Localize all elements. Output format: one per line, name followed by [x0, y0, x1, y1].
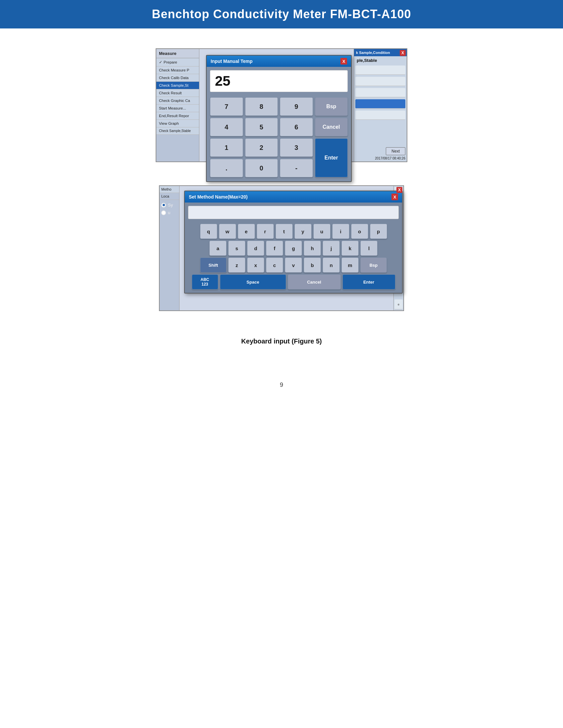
app-window-1-close[interactable]: X: [400, 50, 406, 56]
keyboard-display[interactable]: [188, 206, 399, 219]
app-window-2-close[interactable]: X: [397, 187, 402, 193]
content-area: Measure ✓ Prepare Check Measure P Check …: [83, 48, 480, 388]
key-space[interactable]: Space: [220, 274, 286, 290]
numpad-8[interactable]: 8: [245, 97, 278, 116]
numpad-9[interactable]: 9: [280, 97, 313, 116]
numpad-cancel[interactable]: Cancel: [315, 118, 348, 136]
key-bsp[interactable]: Bsp: [360, 257, 387, 273]
figure-caption: Keyboard input (Figure 5): [241, 338, 322, 345]
key-abc123[interactable]: ABC123: [192, 274, 218, 290]
key-t[interactable]: t: [275, 224, 293, 239]
key-k[interactable]: k: [342, 241, 359, 256]
key-enter[interactable]: Enter: [343, 274, 396, 290]
main-pane-2: Set Method Name(Max=20) X q w e r t: [179, 186, 394, 310]
key-u[interactable]: u: [313, 224, 331, 239]
sidebar-item-check-measure[interactable]: Check Measure P: [156, 67, 199, 74]
key-f[interactable]: f: [266, 241, 283, 256]
right-panel-header: k Sample,Condition: [354, 49, 407, 56]
key-b[interactable]: b: [304, 257, 321, 273]
sidebar-item-start-measure[interactable]: Start Measure...: [156, 105, 199, 112]
key-w[interactable]: w: [219, 224, 236, 239]
key-v[interactable]: v: [285, 257, 302, 273]
key-c[interactable]: c: [266, 257, 283, 273]
numpad-0[interactable]: 0: [245, 159, 278, 177]
right-panel-1: k Sample,Condition ple,Stable Next 2017/…: [354, 49, 407, 161]
main-pane-1: Input Manual Temp X 25 7 8 9 Bsp 4 5 6: [199, 49, 354, 161]
numpad-bsp[interactable]: Bsp: [315, 97, 348, 116]
numpad-3[interactable]: 3: [280, 138, 313, 157]
key-l[interactable]: l: [360, 241, 378, 256]
key-e[interactable]: e: [238, 224, 255, 239]
key-h[interactable]: h: [304, 241, 321, 256]
rp-item-2: [355, 77, 405, 86]
key-n[interactable]: n: [323, 257, 340, 273]
rp-item-1: [355, 66, 405, 75]
key-m[interactable]: m: [342, 257, 359, 273]
numpad-dialog-title: Input Manual Temp: [211, 59, 253, 64]
sidebar-2-loca[interactable]: Loca: [160, 193, 179, 200]
page-header: Benchtop Conductivity Meter FM-BCT-A100: [0, 0, 563, 28]
sidebar-2: Metho Loca Sy u: [160, 186, 179, 310]
app-window-2: Metho Loca Sy u: [159, 185, 404, 311]
key-cancel[interactable]: Cancel: [288, 274, 341, 290]
numpad-5[interactable]: 5: [245, 118, 278, 136]
right-panel-title: ple,Stable: [354, 56, 407, 65]
key-p[interactable]: p: [370, 224, 387, 239]
next-button[interactable]: Next: [386, 147, 405, 155]
key-x[interactable]: x: [247, 257, 264, 273]
radio-u[interactable]: u: [161, 210, 177, 215]
numpad-dialog-close[interactable]: X: [341, 58, 347, 65]
key-shift[interactable]: Shift: [200, 257, 226, 273]
numpad-minus[interactable]: -: [280, 159, 313, 177]
sidebar-2-radio: Sy u: [160, 200, 179, 218]
radio-u-label: u: [168, 210, 170, 215]
radio-sy[interactable]: Sy: [161, 203, 177, 207]
key-y[interactable]: y: [295, 224, 312, 239]
key-a[interactable]: a: [209, 241, 226, 256]
key-g[interactable]: g: [285, 241, 302, 256]
timestamp: 2017/08/17 08:40:26: [375, 157, 405, 160]
keyboard-dialog-title: Set Method Name(Max=20): [189, 194, 248, 200]
sidebar-item-check-sample[interactable]: Check Sample,St: [156, 82, 199, 89]
figure1-container: Measure ✓ Prepare Check Measure P Check …: [83, 48, 480, 162]
sidebar-item-view-graph[interactable]: View Graph: [156, 120, 199, 127]
page-number: 9: [280, 382, 283, 388]
numpad-grid: 7 8 9 Bsp 4 5 6 Cancel 1 2 3 Enter: [207, 95, 351, 181]
sidebar-1: Measure ✓ Prepare Check Measure P Check …: [156, 49, 199, 161]
keyboard-dialog: Set Method Name(Max=20) X q w e r t: [184, 191, 403, 294]
numpad-6[interactable]: 6: [280, 118, 313, 136]
sidebar-item-check-calib[interactable]: Check Calib Data: [156, 74, 199, 82]
key-i[interactable]: i: [332, 224, 350, 239]
kb-row-2: a s d f g h j k l: [188, 241, 399, 256]
numpad-7[interactable]: 7: [210, 97, 243, 116]
sidebar-item-check-result[interactable]: Check Result: [156, 89, 199, 97]
key-j[interactable]: j: [323, 241, 340, 256]
sidebar-item-check-graphic[interactable]: Check Graphic Ca: [156, 97, 199, 105]
sidebar-item-prepare[interactable]: ✓ Prepare: [156, 58, 199, 67]
numpad-display: 25: [210, 70, 348, 92]
numpad-dot[interactable]: .: [210, 159, 243, 177]
key-z[interactable]: z: [228, 257, 245, 273]
radio-sy-label: Sy: [168, 203, 173, 207]
numpad-enter[interactable]: Enter: [315, 138, 348, 177]
numpad-2[interactable]: 2: [245, 138, 278, 157]
numpad-dialog: Input Manual Temp X 25 7 8 9 Bsp 4 5 6: [206, 55, 352, 182]
sidebar-item-check-stable[interactable]: Check Sample,Stable: [156, 127, 199, 135]
kb-row-4: ABC123 Space Cancel Enter: [188, 274, 399, 290]
rp-item-3: [355, 88, 405, 97]
sidebar-title: Measure: [156, 49, 199, 58]
kb-row-3: Shift z x c v b n m Bsp: [188, 257, 399, 273]
right-panel-footer: Next 2017/08/17 08:40:26: [354, 146, 407, 161]
keyboard-dialog-close[interactable]: X: [392, 194, 398, 200]
key-o[interactable]: o: [351, 224, 368, 239]
key-d[interactable]: d: [247, 241, 264, 256]
kb-row-1: q w e r t y u i o p: [188, 224, 399, 239]
key-s[interactable]: s: [228, 241, 245, 256]
key-q[interactable]: q: [200, 224, 217, 239]
page-title: Benchtop Conductivity Meter FM-BCT-A100: [0, 7, 563, 21]
keyboard-grid: q w e r t y u i o p a: [185, 222, 402, 293]
key-r[interactable]: r: [257, 224, 274, 239]
sidebar-item-end-result[interactable]: End,Result Repor: [156, 112, 199, 120]
numpad-4[interactable]: 4: [210, 118, 243, 136]
numpad-1[interactable]: 1: [210, 138, 243, 157]
